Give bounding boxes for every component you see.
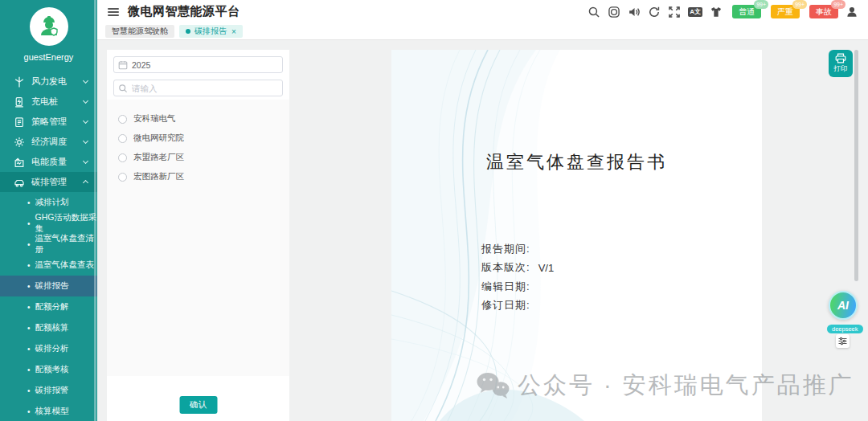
refresh-icon[interactable] xyxy=(648,6,661,18)
report-field-version: 版本版次: V/1 xyxy=(481,259,554,278)
fullscreen-icon[interactable] xyxy=(668,6,681,18)
sidebar-subitem-ghg-data-collection[interactable]: GHG活动数据采集 xyxy=(0,213,97,234)
wind-turbine-icon xyxy=(14,76,25,88)
sidebar-menu: 风力发电 充电桩 策略管理 经济调度 xyxy=(0,72,97,421)
sidebar-subitem-ghg-inventory-register[interactable]: 温室气体盘查清册 xyxy=(0,234,97,255)
radio-icon[interactable] xyxy=(118,134,127,143)
carbon-submenu: 减排计划 GHG活动数据采集 温室气体盘查清册 温室气体盘查表 碳排报告 配额分… xyxy=(0,192,97,421)
subitem-label: 碳排报警 xyxy=(35,385,69,396)
search-icon[interactable] xyxy=(588,6,600,18)
user-icon[interactable] xyxy=(845,6,858,18)
scope-option-acrel[interactable]: 安科瑞电气 xyxy=(107,109,289,129)
calendar-icon xyxy=(118,60,128,70)
sidebar-item-strategy[interactable]: 策略管理 xyxy=(0,112,97,132)
scope-option-hongtu-new-plant[interactable]: 宏图路新厂区 xyxy=(107,167,289,186)
chevron-down-icon xyxy=(83,158,88,164)
scope-option-label: 安科瑞电气 xyxy=(133,113,176,125)
alarm-count-badge: 99+ xyxy=(792,0,807,9)
report-fields: 报告期间: 版本版次: V/1 编辑日期: 修订日期: xyxy=(481,239,554,315)
theme-shirt-icon[interactable] xyxy=(710,6,723,18)
chevron-down-icon xyxy=(83,138,88,144)
decorative-waves xyxy=(391,50,762,421)
report-field-revision-date: 修订日期: xyxy=(481,296,554,316)
ai-assistant-widget[interactable]: AI deepseek xyxy=(827,291,859,334)
worker-avatar-icon xyxy=(35,13,63,40)
header-icons: A文 普通 99+ 严重 99+ 事故 99+ xyxy=(588,5,868,18)
tab-label: 碳排报告 xyxy=(194,26,227,37)
scope-search[interactable] xyxy=(113,80,283,96)
report-page: 温室气体盘查报告书 报告期间: 版本版次: V/1 编辑日期: 修订日期: xyxy=(391,50,762,421)
sidebar-item-charging-pile[interactable]: 充电桩 xyxy=(0,92,97,112)
sidebar-item-power-quality[interactable]: 电能质量 xyxy=(0,152,97,172)
alarm-severe-button[interactable]: 严重 99+ xyxy=(771,5,800,18)
sidebar-item-label: 充电桩 xyxy=(31,96,58,108)
sound-icon[interactable] xyxy=(628,6,641,18)
chevron-up-icon xyxy=(83,180,88,186)
vertical-scrollbar[interactable] xyxy=(854,50,858,281)
search-input[interactable] xyxy=(132,84,282,93)
sidebar-subitem-carbon-analysis[interactable]: 碳排分析 xyxy=(0,338,97,359)
capture-icon[interactable] xyxy=(608,6,620,18)
sidebar-item-label: 风力发电 xyxy=(31,76,67,88)
year-picker[interactable] xyxy=(113,56,283,73)
sidebar-subitem-quota-decomposition[interactable]: 配额分解 xyxy=(0,296,97,317)
print-label: 打印 xyxy=(834,64,848,74)
sidebar-subitem-carbon-report[interactable]: 碳排报告 xyxy=(0,276,97,296)
filter-panel: 安科瑞电气 微电网研究院 东盟路老厂区 宏图路新厂区 确认 xyxy=(107,50,289,421)
year-input[interactable] xyxy=(132,60,282,70)
tab-carbon-report[interactable]: 碳排报告 × xyxy=(179,25,243,38)
avatar[interactable] xyxy=(30,7,68,46)
scope-option-label: 微电网研究院 xyxy=(133,133,184,144)
subitem-label: 配额核算 xyxy=(35,322,69,333)
alarm-accident-button[interactable]: 事故 99+ xyxy=(809,5,838,18)
alarm-count-badge: 99+ xyxy=(754,0,768,9)
radio-icon[interactable] xyxy=(118,115,127,124)
subitem-label: 温室气体盘查表 xyxy=(35,260,95,271)
report-title: 温室气体盘查报告书 xyxy=(391,150,762,174)
scope-option-label: 宏图路新厂区 xyxy=(133,171,184,182)
translate-icon[interactable]: A文 xyxy=(688,7,702,17)
sidebar-item-label: 碳排管理 xyxy=(31,176,67,188)
radio-icon[interactable] xyxy=(118,153,127,162)
scope-option-dongmeng-old-plant[interactable]: 东盟路老厂区 xyxy=(107,148,289,167)
sidebar-item-wind-power[interactable]: 风力发电 xyxy=(0,72,97,92)
subitem-label: 配额分解 xyxy=(35,301,69,313)
close-icon[interactable]: × xyxy=(231,27,236,36)
sidebar-item-economic-dispatch[interactable]: 经济调度 xyxy=(0,132,97,152)
tab-bar: 智慧能源驾驶舱 碳排报告 × xyxy=(97,23,868,40)
sidebar-item-carbon-management[interactable]: 碳排管理 xyxy=(0,172,97,192)
radio-icon[interactable] xyxy=(118,173,127,182)
subitem-label: 温室气体盘查清册 xyxy=(35,233,97,255)
sidebar-subitem-reduction-plan[interactable]: 减排计划 xyxy=(0,192,97,213)
chevron-down-icon xyxy=(83,118,88,124)
field-label: 编辑日期: xyxy=(481,280,530,294)
tab-smart-energy-cockpit[interactable]: 智慧能源驾驶舱 xyxy=(105,25,174,38)
sidebar-subitem-carbon-alarm[interactable]: 碳排报警 xyxy=(0,380,97,401)
sidebar: guestEnergy 风力发电 充电桩 策略管理 xyxy=(0,0,97,421)
username: guestEnergy xyxy=(24,52,74,62)
sidebar-subitem-quota-accounting[interactable]: 配额核算 xyxy=(0,317,97,338)
alarm-label: 严重 xyxy=(777,6,793,18)
sliders-icon[interactable] xyxy=(836,334,850,348)
tab-label: 智慧能源驾驶舱 xyxy=(112,26,168,37)
carbon-vehicle-icon xyxy=(14,177,25,188)
confirm-button[interactable]: 确认 xyxy=(179,396,217,414)
chevron-down-icon xyxy=(83,78,88,84)
print-button[interactable]: 打印 xyxy=(829,50,853,77)
scope-option-microgrid-institute[interactable]: 微电网研究院 xyxy=(107,129,289,148)
sidebar-subitem-ghg-inventory-table[interactable]: 温室气体盘查表 xyxy=(0,255,97,276)
alarm-label: 普通 xyxy=(739,6,755,18)
ai-assistant-button[interactable]: AI xyxy=(829,291,858,320)
field-label: 修订日期: xyxy=(481,298,530,313)
charging-pile-icon xyxy=(14,96,25,108)
active-dot-icon xyxy=(186,29,190,34)
sidebar-subitem-accounting-model[interactable]: 核算模型 xyxy=(0,401,97,421)
power-quality-icon xyxy=(14,157,25,168)
alarm-normal-button[interactable]: 普通 99+ xyxy=(732,5,761,18)
sidebar-subitem-quota-assessment[interactable]: 配额考核 xyxy=(0,359,97,380)
sidebar-scrollbar[interactable] xyxy=(94,0,96,421)
scope-option-label: 东盟路老厂区 xyxy=(133,152,184,163)
alarm-count-badge: 99+ xyxy=(831,0,845,9)
menu-collapse-icon[interactable] xyxy=(108,8,119,16)
sidebar-item-label: 策略管理 xyxy=(31,116,67,128)
